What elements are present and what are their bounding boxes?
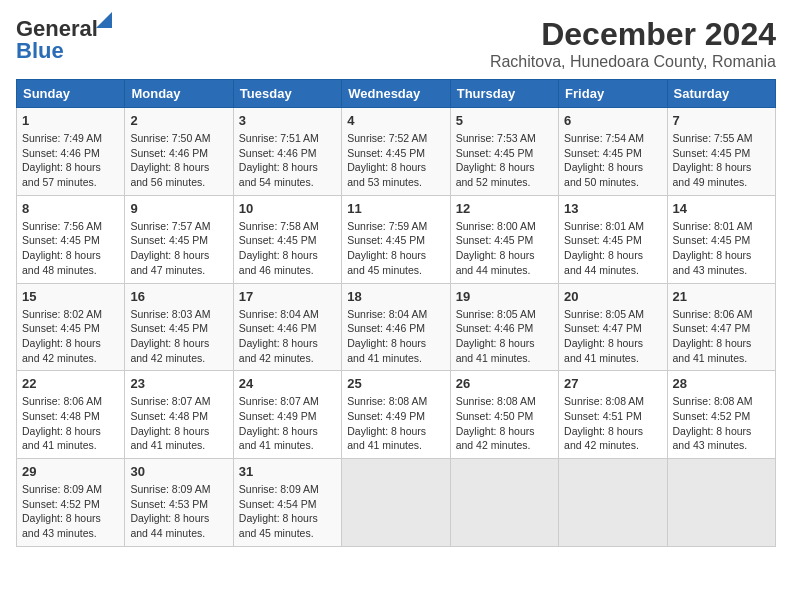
- day-number: 4: [347, 113, 444, 128]
- calendar-week-4: 22 Sunrise: 8:06 AM Sunset: 4:48 PM Dayl…: [17, 371, 776, 459]
- day-info: Sunrise: 7:58 AM Sunset: 4:45 PM Dayligh…: [239, 219, 336, 278]
- page-header: General Blue December 2024 Rachitova, Hu…: [16, 16, 776, 71]
- day-info: Sunrise: 7:55 AM Sunset: 4:45 PM Dayligh…: [673, 131, 770, 190]
- calendar-cell: 10 Sunrise: 7:58 AM Sunset: 4:45 PM Dayl…: [233, 195, 341, 283]
- day-number: 9: [130, 201, 227, 216]
- day-number: 20: [564, 289, 661, 304]
- day-number: 12: [456, 201, 553, 216]
- header-cell-tuesday: Tuesday: [233, 80, 341, 108]
- day-info: Sunrise: 7:49 AM Sunset: 4:46 PM Dayligh…: [22, 131, 119, 190]
- day-info: Sunrise: 7:51 AM Sunset: 4:46 PM Dayligh…: [239, 131, 336, 190]
- day-info: Sunrise: 8:07 AM Sunset: 4:48 PM Dayligh…: [130, 394, 227, 453]
- header-cell-sunday: Sunday: [17, 80, 125, 108]
- day-info: Sunrise: 7:53 AM Sunset: 4:45 PM Dayligh…: [456, 131, 553, 190]
- calendar-cell: [450, 459, 558, 547]
- calendar-cell: 25 Sunrise: 8:08 AM Sunset: 4:49 PM Dayl…: [342, 371, 450, 459]
- day-info: Sunrise: 8:07 AM Sunset: 4:49 PM Dayligh…: [239, 394, 336, 453]
- calendar-week-2: 8 Sunrise: 7:56 AM Sunset: 4:45 PM Dayli…: [17, 195, 776, 283]
- day-number: 11: [347, 201, 444, 216]
- day-info: Sunrise: 7:50 AM Sunset: 4:46 PM Dayligh…: [130, 131, 227, 190]
- day-info: Sunrise: 7:57 AM Sunset: 4:45 PM Dayligh…: [130, 219, 227, 278]
- day-number: 7: [673, 113, 770, 128]
- calendar-cell: 4 Sunrise: 7:52 AM Sunset: 4:45 PM Dayli…: [342, 108, 450, 196]
- calendar-week-5: 29 Sunrise: 8:09 AM Sunset: 4:52 PM Dayl…: [17, 459, 776, 547]
- calendar-cell: 5 Sunrise: 7:53 AM Sunset: 4:45 PM Dayli…: [450, 108, 558, 196]
- calendar-cell: 27 Sunrise: 8:08 AM Sunset: 4:51 PM Dayl…: [559, 371, 667, 459]
- calendar-cell: 17 Sunrise: 8:04 AM Sunset: 4:46 PM Dayl…: [233, 283, 341, 371]
- day-number: 13: [564, 201, 661, 216]
- day-number: 29: [22, 464, 119, 479]
- day-number: 19: [456, 289, 553, 304]
- day-info: Sunrise: 8:00 AM Sunset: 4:45 PM Dayligh…: [456, 219, 553, 278]
- day-info: Sunrise: 7:59 AM Sunset: 4:45 PM Dayligh…: [347, 219, 444, 278]
- calendar-cell: 22 Sunrise: 8:06 AM Sunset: 4:48 PM Dayl…: [17, 371, 125, 459]
- calendar-cell: 18 Sunrise: 8:04 AM Sunset: 4:46 PM Dayl…: [342, 283, 450, 371]
- day-number: 30: [130, 464, 227, 479]
- calendar-cell: 2 Sunrise: 7:50 AM Sunset: 4:46 PM Dayli…: [125, 108, 233, 196]
- day-info: Sunrise: 8:01 AM Sunset: 4:45 PM Dayligh…: [564, 219, 661, 278]
- calendar-cell: 6 Sunrise: 7:54 AM Sunset: 4:45 PM Dayli…: [559, 108, 667, 196]
- calendar-table: SundayMondayTuesdayWednesdayThursdayFrid…: [16, 79, 776, 547]
- calendar-body: 1 Sunrise: 7:49 AM Sunset: 4:46 PM Dayli…: [17, 108, 776, 547]
- day-info: Sunrise: 8:06 AM Sunset: 4:48 PM Dayligh…: [22, 394, 119, 453]
- title-block: December 2024 Rachitova, Hunedoara Count…: [490, 16, 776, 71]
- calendar-cell: 28 Sunrise: 8:08 AM Sunset: 4:52 PM Dayl…: [667, 371, 775, 459]
- header-cell-monday: Monday: [125, 80, 233, 108]
- calendar-cell: 16 Sunrise: 8:03 AM Sunset: 4:45 PM Dayl…: [125, 283, 233, 371]
- day-number: 24: [239, 376, 336, 391]
- day-info: Sunrise: 8:09 AM Sunset: 4:52 PM Dayligh…: [22, 482, 119, 541]
- header-cell-friday: Friday: [559, 80, 667, 108]
- day-info: Sunrise: 8:08 AM Sunset: 4:52 PM Dayligh…: [673, 394, 770, 453]
- day-number: 2: [130, 113, 227, 128]
- day-info: Sunrise: 8:01 AM Sunset: 4:45 PM Dayligh…: [673, 219, 770, 278]
- calendar-cell: 9 Sunrise: 7:57 AM Sunset: 4:45 PM Dayli…: [125, 195, 233, 283]
- day-info: Sunrise: 8:05 AM Sunset: 4:46 PM Dayligh…: [456, 307, 553, 366]
- calendar-cell: 19 Sunrise: 8:05 AM Sunset: 4:46 PM Dayl…: [450, 283, 558, 371]
- calendar-cell: 8 Sunrise: 7:56 AM Sunset: 4:45 PM Dayli…: [17, 195, 125, 283]
- calendar-cell: [559, 459, 667, 547]
- calendar-cell: 24 Sunrise: 8:07 AM Sunset: 4:49 PM Dayl…: [233, 371, 341, 459]
- day-number: 10: [239, 201, 336, 216]
- header-cell-wednesday: Wednesday: [342, 80, 450, 108]
- day-info: Sunrise: 8:06 AM Sunset: 4:47 PM Dayligh…: [673, 307, 770, 366]
- day-number: 28: [673, 376, 770, 391]
- day-info: Sunrise: 8:08 AM Sunset: 4:51 PM Dayligh…: [564, 394, 661, 453]
- day-number: 17: [239, 289, 336, 304]
- header-cell-thursday: Thursday: [450, 80, 558, 108]
- day-info: Sunrise: 8:05 AM Sunset: 4:47 PM Dayligh…: [564, 307, 661, 366]
- calendar-cell: [667, 459, 775, 547]
- day-info: Sunrise: 7:56 AM Sunset: 4:45 PM Dayligh…: [22, 219, 119, 278]
- calendar-cell: 7 Sunrise: 7:55 AM Sunset: 4:45 PM Dayli…: [667, 108, 775, 196]
- day-number: 26: [456, 376, 553, 391]
- page-subtitle: Rachitova, Hunedoara County, Romania: [490, 53, 776, 71]
- day-info: Sunrise: 8:04 AM Sunset: 4:46 PM Dayligh…: [239, 307, 336, 366]
- day-number: 27: [564, 376, 661, 391]
- day-number: 31: [239, 464, 336, 479]
- day-number: 8: [22, 201, 119, 216]
- day-number: 25: [347, 376, 444, 391]
- day-number: 16: [130, 289, 227, 304]
- day-number: 15: [22, 289, 119, 304]
- calendar-cell: 15 Sunrise: 8:02 AM Sunset: 4:45 PM Dayl…: [17, 283, 125, 371]
- day-number: 21: [673, 289, 770, 304]
- calendar-cell: 20 Sunrise: 8:05 AM Sunset: 4:47 PM Dayl…: [559, 283, 667, 371]
- logo-general: General: [16, 16, 98, 41]
- calendar-cell: 29 Sunrise: 8:09 AM Sunset: 4:52 PM Dayl…: [17, 459, 125, 547]
- calendar-cell: 13 Sunrise: 8:01 AM Sunset: 4:45 PM Dayl…: [559, 195, 667, 283]
- day-number: 23: [130, 376, 227, 391]
- calendar-week-3: 15 Sunrise: 8:02 AM Sunset: 4:45 PM Dayl…: [17, 283, 776, 371]
- header-cell-saturday: Saturday: [667, 80, 775, 108]
- logo: General Blue: [16, 16, 98, 64]
- day-number: 22: [22, 376, 119, 391]
- calendar-cell: 1 Sunrise: 7:49 AM Sunset: 4:46 PM Dayli…: [17, 108, 125, 196]
- day-info: Sunrise: 8:08 AM Sunset: 4:49 PM Dayligh…: [347, 394, 444, 453]
- calendar-cell: 12 Sunrise: 8:00 AM Sunset: 4:45 PM Dayl…: [450, 195, 558, 283]
- day-number: 18: [347, 289, 444, 304]
- svg-marker-0: [96, 12, 112, 28]
- logo-arrow-icon: [96, 12, 112, 28]
- calendar-cell: [342, 459, 450, 547]
- calendar-cell: 11 Sunrise: 7:59 AM Sunset: 4:45 PM Dayl…: [342, 195, 450, 283]
- calendar-cell: 31 Sunrise: 8:09 AM Sunset: 4:54 PM Dayl…: [233, 459, 341, 547]
- day-info: Sunrise: 7:52 AM Sunset: 4:45 PM Dayligh…: [347, 131, 444, 190]
- day-info: Sunrise: 8:08 AM Sunset: 4:50 PM Dayligh…: [456, 394, 553, 453]
